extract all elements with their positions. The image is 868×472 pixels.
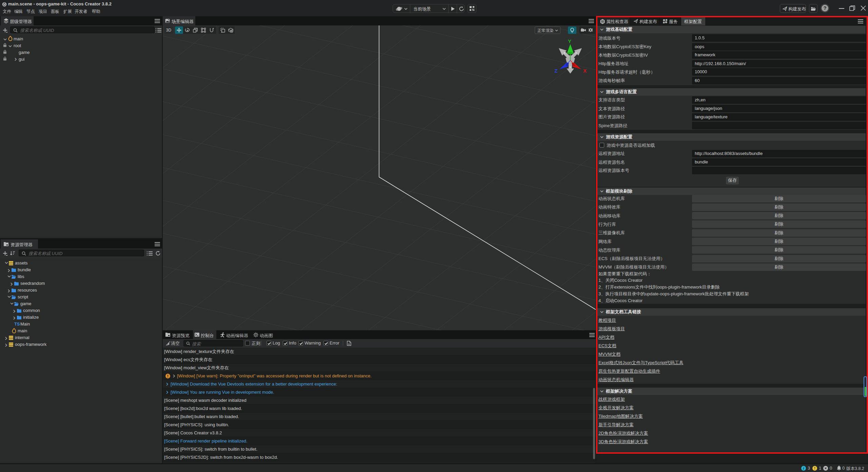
svg-text:X: X [583, 68, 587, 74]
svg-text:Z: Z [554, 68, 557, 74]
svg-text:Y: Y [568, 38, 571, 44]
